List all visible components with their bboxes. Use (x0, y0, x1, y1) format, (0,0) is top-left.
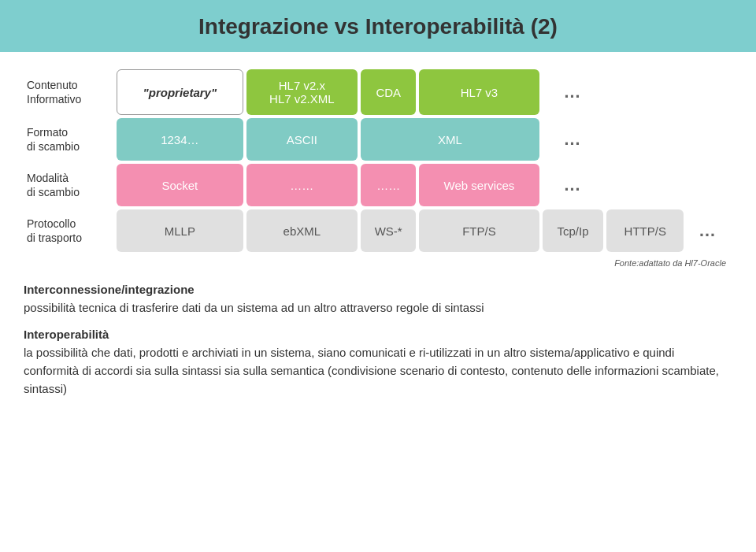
table-row: Formato di scambio1234…ASCIIXML… (27, 118, 729, 161)
table-section: Contenuto Informativo"proprietary"HL7 v2… (24, 66, 732, 268)
interconnessione-title: Interconnessione/integrazione (24, 283, 195, 296)
cell: Web services (419, 164, 539, 206)
cell: … (543, 164, 604, 206)
row-label: Protocollo di trasporto (27, 209, 113, 252)
cell: ASCII (246, 118, 358, 161)
fonte-text: Fonte:adattato da Hl7-Oracle (24, 255, 732, 268)
row-label: Modalità di scambio (27, 164, 113, 206)
cell: Tcp/Ip (543, 209, 604, 252)
cell: ebXML (246, 209, 358, 252)
header: Integrazione vs Interoperabilità (2) (0, 0, 756, 52)
cell: … (687, 209, 729, 252)
cell: WS-* (361, 209, 416, 252)
cell: 1234… (117, 118, 243, 161)
cell: … (543, 118, 604, 161)
cell: HTTP/S (606, 209, 684, 252)
cell: …… (246, 164, 358, 206)
cell: HL7 v2.x HL7 v2.XML (246, 69, 358, 115)
interoperabilita-title: Interoperabilità (24, 328, 109, 341)
text-section: Interconnessione/integrazione possibilit… (24, 280, 732, 398)
interconnessione-text: possibilità tecnica di trasferire dati d… (24, 301, 484, 314)
cell: HL7 v3 (419, 69, 539, 115)
cell: … (543, 69, 604, 115)
row-label: Formato di scambio (27, 118, 113, 161)
table-row: Contenuto Informativo"proprietary"HL7 v2… (27, 69, 729, 115)
cell: FTP/S (419, 209, 539, 252)
table-row: Protocollo di trasportoMLLPebXMLWS-*FTP/… (27, 209, 729, 252)
main-content: Contenuto Informativo"proprietary"HL7 v2… (0, 52, 756, 422)
cell: Socket (117, 164, 243, 206)
cell: CDA (361, 69, 416, 115)
cell: MLLP (117, 209, 243, 252)
interoperabilita-text: la possibilità che dati, prodotti e arch… (24, 346, 719, 396)
page-title: Integrazione vs Interoperabilità (2) (198, 14, 558, 39)
cell: "proprietary" (117, 69, 243, 115)
row-label: Contenuto Informativo (27, 69, 113, 115)
cell: …… (361, 164, 416, 206)
table-row: Modalità di scambioSocket…………Web service… (27, 164, 729, 206)
cell: XML (361, 118, 539, 161)
grid-table: Contenuto Informativo"proprietary"HL7 v2… (24, 66, 732, 255)
